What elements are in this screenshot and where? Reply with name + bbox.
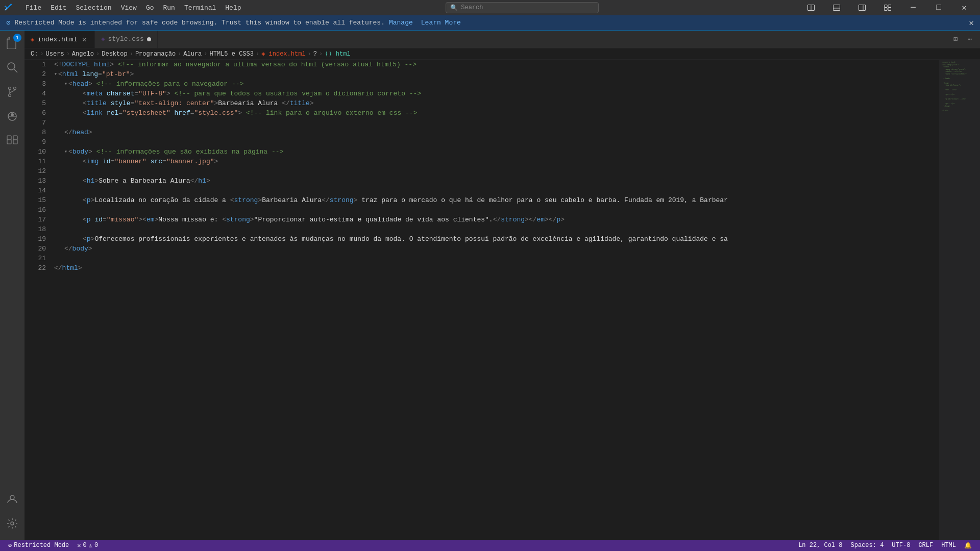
code-content[interactable]: <!DOCTYPE html> <!-- informar ao navegad… xyxy=(50,60,939,540)
line-num-8: 8 xyxy=(29,128,46,137)
errors-status[interactable]: ✕ 0 ⚠ 0 xyxy=(73,540,102,551)
tab-index-html[interactable]: ◈ index.html ✕ xyxy=(24,31,95,48)
line-num-2: 2 xyxy=(29,69,46,79)
code-editor-container: 1 2 3 4 5 6 7 8 9 10 11 12 13 14 15 16 1 xyxy=(24,60,980,540)
tab-style-css[interactable]: ◈ style.css xyxy=(95,31,157,48)
menu-edit[interactable]: Edit xyxy=(46,3,70,13)
html-file-icon: ◈ xyxy=(31,36,34,43)
svg-rect-20 xyxy=(7,136,11,140)
code-line-10: ▾<body> <!-- informações que são exibida… xyxy=(54,147,935,157)
editor-tabs: ◈ index.html ✕ ◈ style.css ⊞ ⋯ xyxy=(24,31,980,48)
breadcrumb-html5css3[interactable]: HTML5 e CSS3 xyxy=(210,51,254,58)
code-line-20: </body> xyxy=(54,244,935,254)
code-line-7 xyxy=(54,118,935,128)
breadcrumb-alura[interactable]: Alura xyxy=(183,51,202,58)
activity-settings[interactable] xyxy=(0,511,24,536)
menu-view[interactable]: View xyxy=(117,3,141,13)
more-actions-button[interactable]: ⋯ xyxy=(964,33,976,45)
line-ending-label: CRLF xyxy=(918,542,933,549)
code-line-1: <!DOCTYPE html> <!-- informar ao navegad… xyxy=(54,60,935,69)
menu-help[interactable]: Help xyxy=(221,3,245,13)
svg-rect-17 xyxy=(9,116,16,117)
language-label: HTML xyxy=(941,542,956,549)
breadcrumb: C: › Users › Angelo › Desktop › Programa… xyxy=(24,48,980,60)
breadcrumb-index-html[interactable]: ◈ index.html xyxy=(261,50,305,58)
side-panel-button[interactable] xyxy=(850,0,874,15)
editor-layout-button[interactable] xyxy=(799,0,823,15)
restricted-text: Restricted Mode is intended for safe cod… xyxy=(14,19,385,27)
maximize-button[interactable]: □ xyxy=(927,0,950,15)
layout-options-button[interactable] xyxy=(876,0,899,15)
menu-file[interactable]: File xyxy=(21,3,45,13)
manage-link[interactable]: Manage xyxy=(389,19,413,27)
activity-bar: 1 xyxy=(0,31,24,540)
split-editor-button[interactable]: ⊞ xyxy=(949,33,962,45)
svg-rect-4 xyxy=(859,5,866,11)
close-button[interactable]: ✕ xyxy=(952,0,976,15)
svg-rect-9 xyxy=(888,8,891,11)
panel-layout-button[interactable] xyxy=(825,0,848,15)
breadcrumb-desktop[interactable]: Desktop xyxy=(102,51,127,58)
bell-icon: 🔔 xyxy=(964,542,972,549)
menu-bar: File Edit Selection View Go Run Terminal… xyxy=(21,3,246,13)
vscode-logo xyxy=(4,3,13,12)
title-bar: File Edit Selection View Go Run Terminal… xyxy=(0,0,980,15)
svg-point-12 xyxy=(9,87,11,90)
code-line-11: <img id="banner" src="banner.jpg"> xyxy=(54,157,935,166)
line-num-17: 17 xyxy=(29,215,46,224)
indentation-status[interactable]: Spaces: 4 xyxy=(847,540,888,551)
tab-unsaved-dot xyxy=(147,37,151,41)
menu-run[interactable]: Run xyxy=(159,3,179,13)
global-search-bar[interactable]: 🔍 Search xyxy=(446,2,599,13)
svg-point-22 xyxy=(10,495,14,499)
restricted-mode-status[interactable]: ⊘ Restricted Mode xyxy=(4,540,73,551)
cursor-position-status[interactable]: Ln 22, Col 8 xyxy=(794,540,846,551)
code-line-4: <meta charset="UTF-8"> <!-- para que tod… xyxy=(54,89,935,98)
line-ending-status[interactable]: CRLF xyxy=(914,540,937,551)
language-status[interactable]: HTML xyxy=(937,540,960,551)
menu-selection[interactable]: Selection xyxy=(71,3,115,13)
editor-area: ◈ index.html ✕ ◈ style.css ⊞ ⋯ C: › User… xyxy=(24,31,980,540)
code-line-19: <p>Oferecemos profissionais experientes … xyxy=(54,234,935,244)
code-editor[interactable]: 1 2 3 4 5 6 7 8 9 10 11 12 13 14 15 16 1 xyxy=(24,60,980,540)
activity-debug[interactable] xyxy=(0,104,24,129)
minimize-button[interactable]: ─ xyxy=(901,0,925,15)
svg-point-14 xyxy=(14,87,16,90)
restricted-mode-label: Restricted Mode xyxy=(14,542,69,549)
breadcrumb-html-tag[interactable]: ⟨⟩ html xyxy=(325,50,350,58)
learn-more-link[interactable]: Learn More xyxy=(421,19,461,27)
tab-close-index-html[interactable]: ✕ xyxy=(80,35,88,43)
code-line-18 xyxy=(54,224,935,234)
notifications-status[interactable]: 🔔 xyxy=(960,540,976,551)
line-num-3: 3 xyxy=(29,79,46,89)
tabs-actions: ⊞ ⋯ xyxy=(945,31,980,48)
activity-source-control[interactable] xyxy=(0,80,24,104)
menu-go[interactable]: Go xyxy=(142,3,158,13)
activity-search[interactable] xyxy=(0,55,24,80)
code-line-15: <p>Localizada no coração da cidade a <st… xyxy=(54,195,935,205)
breadcrumb-users[interactable]: Users xyxy=(46,51,64,58)
svg-point-10 xyxy=(8,63,15,70)
line-num-9: 9 xyxy=(29,137,46,147)
activity-account[interactable] xyxy=(0,487,24,511)
code-line-22: </html> xyxy=(54,263,935,273)
line-num-4: 4 xyxy=(29,89,46,98)
encoding-status[interactable]: UTF-8 xyxy=(888,540,914,551)
error-count: 0 xyxy=(83,542,87,549)
breadcrumb-angelo[interactable]: Angelo xyxy=(72,51,94,58)
breadcrumb-drive[interactable]: C: xyxy=(31,51,38,58)
tab-label-style-css: style.css xyxy=(108,35,143,43)
tab-label-index-html: index.html xyxy=(37,36,77,43)
svg-point-23 xyxy=(11,522,14,525)
activity-extensions[interactable] xyxy=(0,129,24,153)
activity-explorer[interactable]: 1 xyxy=(0,31,24,55)
line-num-18: 18 xyxy=(29,224,46,234)
banner-close-button[interactable]: ✕ xyxy=(969,18,974,28)
minimap: <!DOCTYPE html> <html lang="pt-br"> <hea… xyxy=(939,60,980,540)
menu-terminal[interactable]: Terminal xyxy=(180,3,220,13)
breadcrumb-programacao[interactable]: Programação xyxy=(135,51,176,58)
code-line-3: ▾<head> <!-- informações para o navegado… xyxy=(54,79,935,89)
line-num-22: 22 xyxy=(29,263,46,273)
breadcrumb-question[interactable]: ? xyxy=(313,51,317,58)
svg-rect-7 xyxy=(888,5,891,8)
